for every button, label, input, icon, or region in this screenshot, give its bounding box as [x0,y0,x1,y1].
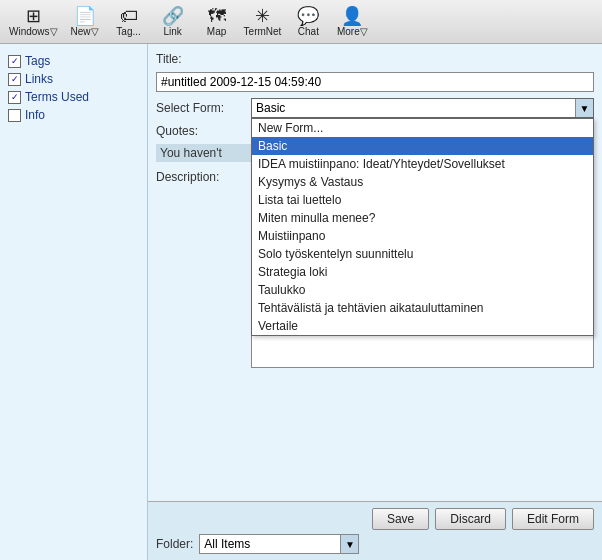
select-form-row: Select Form: Basic ▼ New Form... Basic I… [156,98,594,118]
folder-arrow[interactable]: ▼ [340,535,358,553]
discard-button[interactable]: Discard [435,508,506,530]
toolbar-btn-windows[interactable]: ⊞Windows▽ [4,2,63,42]
dropdown-item-new-form[interactable]: New Form... [252,119,593,137]
title-label: Title: [156,52,251,66]
terms-used-checkbox[interactable]: ✓ [8,91,21,104]
folder-select[interactable]: All Items ▼ [199,534,359,554]
select-form-dropdown: New Form... Basic IDEA muistiinpano: Ide… [251,118,594,336]
dropdown-item-vertaile[interactable]: Vertaile [252,317,593,335]
dropdown-item-muistiinpano[interactable]: Muistiinpano [252,227,593,245]
chat-icon: 💬 [297,6,319,26]
sidebar-item-info[interactable]: Info [4,106,143,124]
dropdown-item-solo[interactable]: Solo työskentelyn suunnittelu [252,245,593,263]
dropdown-item-lista[interactable]: Lista tai luettelo [252,191,593,209]
dropdown-item-taulukko[interactable]: Taulukko [252,281,593,299]
toolbar-btn-more[interactable]: 👤More▽ [330,2,374,42]
sidebar-terms-label: Terms Used [25,90,89,104]
sidebar-item-tags[interactable]: ✓ Tags [4,52,143,70]
save-button[interactable]: Save [372,508,429,530]
dropdown-item-miten[interactable]: Miten minulla menee? [252,209,593,227]
folder-value: All Items [200,536,340,552]
info-checkbox[interactable] [8,109,21,122]
form-area: Title: Select Form: Basic ▼ New Form... … [148,44,602,501]
dropdown-item-tehtava[interactable]: Tehtävälistä ja tehtävien aikatauluttami… [252,299,593,317]
title-input-row [156,72,594,92]
new-icon: 📄 [74,6,96,26]
tags-checkbox[interactable]: ✓ [8,55,21,68]
toolbar: ⊞Windows▽📄New▽🏷Tag...🔗Link🗺Map✳TermNet💬C… [0,0,602,44]
toolbar-btn-termnet[interactable]: ✳TermNet [239,2,287,42]
sidebar-item-links[interactable]: ✓ Links [4,70,143,88]
select-form-value: Basic [252,100,575,116]
select-form-display[interactable]: Basic ▼ [251,98,594,118]
edit-form-button[interactable]: Edit Form [512,508,594,530]
select-form-wrapper: Basic ▼ New Form... Basic IDEA muistiinp… [251,98,594,118]
links-checkbox[interactable]: ✓ [8,73,21,86]
select-form-label: Select Form: [156,101,251,115]
sidebar: ✓ Tags ✓ Links ✓ Terms Used Info [0,44,148,560]
dropdown-item-basic[interactable]: Basic [252,137,593,155]
sidebar-item-terms-used[interactable]: ✓ Terms Used [4,88,143,106]
select-form-arrow[interactable]: ▼ [575,99,593,117]
quotes-label: Quotes: [156,124,251,138]
toolbar-btn-new[interactable]: 📄New▽ [63,2,107,42]
more-icon: 👤 [341,6,363,26]
dropdown-item-strategia[interactable]: Strategia loki [252,263,593,281]
termnet-icon: ✳ [255,6,270,26]
description-label: Description: [156,168,251,184]
main-layout: ✓ Tags ✓ Links ✓ Terms Used Info Title: [0,44,602,560]
dropdown-item-kysymys[interactable]: Kysymys & Vastaus [252,173,593,191]
dropdown-item-idea[interactable]: IDEA muistiinpano: Ideat/Yhteydet/Sovell… [252,155,593,173]
windows-icon: ⊞ [26,6,41,26]
folder-row: Folder: All Items ▼ [156,534,594,554]
sidebar-links-label: Links [25,72,53,86]
link-icon: 🔗 [162,6,184,26]
you-havent-label: You haven't [156,144,251,162]
action-buttons: Save Discard Edit Form [156,508,594,530]
map-icon: 🗺 [208,6,226,26]
toolbar-btn-map[interactable]: 🗺Map [195,2,239,42]
sidebar-info-label: Info [25,108,45,122]
title-row: Title: [156,52,594,66]
toolbar-btn-chat[interactable]: 💬Chat [286,2,330,42]
bottom-bar: Save Discard Edit Form Folder: All Items… [148,501,602,560]
folder-label: Folder: [156,537,193,551]
sidebar-tags-label: Tags [25,54,50,68]
title-input[interactable] [156,72,594,92]
toolbar-btn-link[interactable]: 🔗Link [151,2,195,42]
toolbar-btn-tag[interactable]: 🏷Tag... [107,2,151,42]
content-area: Title: Select Form: Basic ▼ New Form... … [148,44,602,560]
tag-icon: 🏷 [120,6,138,26]
